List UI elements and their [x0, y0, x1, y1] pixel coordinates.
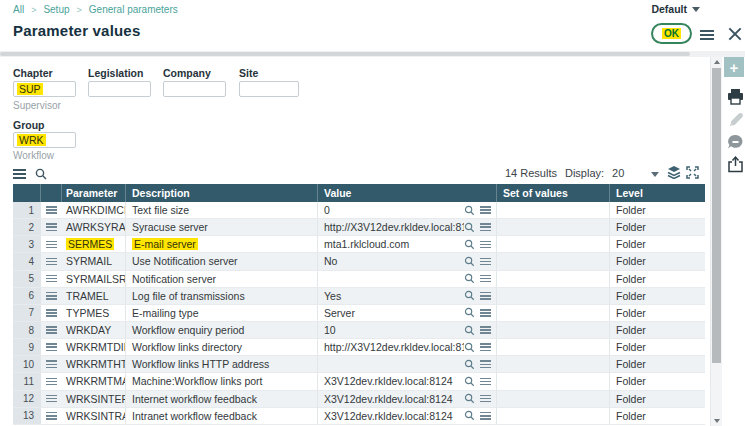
level-cell[interactable]: Folder	[610, 236, 705, 252]
close-icon[interactable]	[727, 26, 743, 42]
table-row[interactable]: 7 TYPMES E-mailing type Server Folder	[13, 305, 705, 322]
header-level[interactable]: Level	[610, 184, 705, 202]
set-of-values-cell[interactable]	[497, 356, 610, 372]
row-menu-cell[interactable]	[41, 288, 62, 304]
description-cell[interactable]: E-mailing type	[126, 305, 318, 321]
horizontal-scrollbar-thumb[interactable]	[0, 52, 690, 56]
description-cell[interactable]: Text file size	[126, 202, 318, 218]
value-lookup-icon[interactable]	[464, 307, 475, 318]
set-of-values-cell[interactable]	[497, 288, 610, 304]
row-menu-icon[interactable]	[46, 290, 57, 301]
value-cell[interactable]: X3V12dev.rkldev.local:8124	[318, 408, 497, 424]
value-cell[interactable]: Server	[318, 305, 497, 321]
chapter-input[interactable]: SUP	[13, 81, 76, 97]
breadcrumb-item-setup[interactable]: Setup	[43, 4, 69, 15]
value-menu-icon[interactable]	[480, 205, 491, 216]
row-menu-cell[interactable]	[41, 408, 62, 424]
value-menu-icon[interactable]	[480, 376, 491, 387]
value-menu-icon[interactable]	[480, 222, 491, 233]
description-cell[interactable]: Workflow links directory	[126, 339, 318, 355]
row-menu-icon[interactable]	[46, 273, 57, 284]
value-lookup-icon[interactable]	[464, 222, 475, 233]
value-lookup-icon[interactable]	[464, 273, 475, 284]
level-cell[interactable]: Folder	[610, 339, 705, 355]
set-of-values-cell[interactable]	[497, 271, 610, 287]
profile-dropdown[interactable]: Default	[651, 3, 700, 15]
value-lookup-icon[interactable]	[464, 342, 475, 353]
level-cell[interactable]: Folder	[610, 271, 705, 287]
level-cell[interactable]: Folder	[610, 253, 705, 269]
row-menu-cell[interactable]	[41, 236, 62, 252]
value-lookup-icon[interactable]	[464, 410, 475, 421]
table-row[interactable]: 13 WRKSINTRA Intranet workflow feedback …	[13, 408, 705, 425]
value-menu-icon[interactable]	[480, 342, 491, 353]
scroll-up-icon[interactable]	[714, 60, 720, 64]
fullscreen-icon[interactable]	[686, 166, 699, 179]
row-menu-icon[interactable]	[46, 239, 57, 250]
set-of-values-cell[interactable]	[497, 219, 610, 235]
table-row[interactable]: 12 WRKSINTER Internet workflow feedback …	[13, 391, 705, 408]
level-cell[interactable]: Folder	[610, 373, 705, 389]
level-cell[interactable]: Folder	[610, 288, 705, 304]
parameter-cell[interactable]: TYPMES	[62, 305, 126, 321]
parameter-cell[interactable]: TRAMEL	[62, 288, 126, 304]
table-row[interactable]: 11 WRKRMTMAC Machine:Workflow links port…	[13, 373, 705, 390]
parameter-cell[interactable]: WRKDAY	[62, 322, 126, 338]
set-of-values-cell[interactable]	[497, 391, 610, 407]
description-cell[interactable]: Workflow links HTTP address	[126, 356, 318, 372]
value-menu-icon[interactable]	[480, 393, 491, 404]
row-menu-cell[interactable]	[41, 271, 62, 287]
display-value[interactable]: 20	[612, 167, 624, 179]
header-parameter[interactable]: Parameter	[62, 184, 126, 202]
set-of-values-cell[interactable]	[497, 202, 610, 218]
header-value[interactable]: Value	[318, 184, 497, 202]
set-of-values-cell[interactable]	[497, 305, 610, 321]
add-button[interactable]: +	[724, 57, 744, 77]
value-cell[interactable]: mta1.rklcloud.com	[318, 236, 497, 252]
table-search-icon[interactable]	[35, 168, 47, 180]
parameter-cell[interactable]: AWRKSYRA	[62, 219, 126, 235]
value-lookup-icon[interactable]	[464, 359, 475, 370]
set-of-values-cell[interactable]	[497, 253, 610, 269]
description-cell[interactable]: Log file of transmissions	[126, 288, 318, 304]
row-menu-icon[interactable]	[46, 222, 57, 233]
row-menu-icon[interactable]	[46, 410, 57, 421]
description-cell[interactable]: Internet workflow feedback	[126, 391, 318, 407]
table-row[interactable]: 10 WRKRMTHTTP Workflow links HTTP addres…	[13, 356, 705, 373]
group-input[interactable]: WRK	[13, 132, 76, 148]
row-menu-icon[interactable]	[46, 376, 57, 387]
parameter-cell[interactable]: WRKSINTER	[62, 391, 126, 407]
value-lookup-icon[interactable]	[464, 393, 475, 404]
row-menu-icon[interactable]	[46, 307, 57, 318]
table-row[interactable]: 9 WRKRMTDIR Workflow links directory htt…	[13, 339, 705, 356]
value-menu-icon[interactable]	[480, 256, 491, 267]
site-input[interactable]	[239, 81, 299, 97]
value-lookup-icon[interactable]	[464, 205, 475, 216]
row-menu-icon[interactable]	[46, 393, 57, 404]
value-cell[interactable]	[318, 356, 497, 372]
breadcrumb-item-all[interactable]: All	[13, 4, 24, 15]
row-menu-cell[interactable]	[41, 339, 62, 355]
table-row[interactable]: 8 WRKDAY Workflow enquiry period 10 Fold…	[13, 322, 705, 339]
value-cell[interactable]: 0	[318, 202, 497, 218]
row-menu-cell[interactable]	[41, 391, 62, 407]
page-menu-icon[interactable]	[700, 28, 714, 42]
edit-pencil-icon[interactable]	[727, 112, 744, 129]
value-cell[interactable]	[318, 271, 497, 287]
set-of-values-cell[interactable]	[497, 408, 610, 424]
value-menu-icon[interactable]	[480, 239, 491, 250]
level-cell[interactable]: Folder	[610, 219, 705, 235]
level-cell[interactable]: Folder	[610, 391, 705, 407]
horizontal-scrollbar[interactable]	[0, 51, 745, 57]
comment-bubble-icon[interactable]	[727, 134, 744, 151]
description-cell[interactable]: Use Notification server	[126, 253, 318, 269]
value-cell[interactable]: Yes	[318, 288, 497, 304]
breadcrumb-item-general-parameters[interactable]: General parameters	[89, 4, 178, 15]
set-of-values-cell[interactable]	[497, 322, 610, 338]
table-row[interactable]: 1 AWRKDIMCLB Text file size 0 Folder	[13, 202, 705, 219]
row-menu-cell[interactable]	[41, 253, 62, 269]
table-row[interactable]: 6 TRAMEL Log file of transmissions Yes F…	[13, 288, 705, 305]
legislation-input[interactable]	[88, 81, 151, 97]
description-cell[interactable]: E-mail server	[126, 236, 318, 252]
row-menu-icon[interactable]	[46, 256, 57, 267]
